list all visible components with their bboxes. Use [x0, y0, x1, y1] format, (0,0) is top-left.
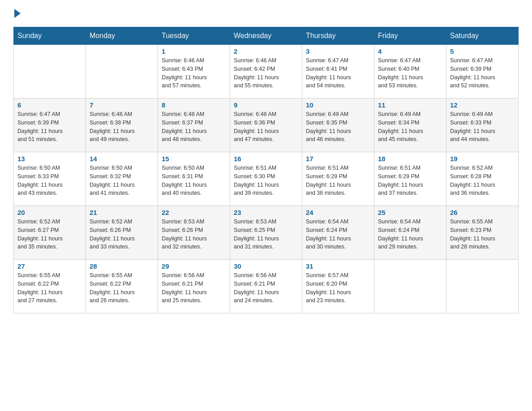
calendar-cell: 19Sunrise: 6:52 AMSunset: 6:28 PMDayligh…: [446, 152, 519, 206]
weekday-header-wednesday: Wednesday: [230, 27, 302, 45]
day-info: Sunrise: 6:55 AMSunset: 6:22 PMDaylight:…: [90, 271, 154, 305]
day-number: 20: [17, 209, 82, 216]
calendar-cell: [446, 260, 519, 313]
day-info: Sunrise: 6:46 AMSunset: 6:42 PMDaylight:…: [234, 56, 298, 90]
day-info: Sunrise: 6:48 AMSunset: 6:36 PMDaylight:…: [234, 110, 298, 144]
calendar-cell: 24Sunrise: 6:54 AMSunset: 6:24 PMDayligh…: [302, 206, 374, 260]
calendar-cell: 27Sunrise: 6:55 AMSunset: 6:22 PMDayligh…: [14, 260, 86, 313]
day-info: Sunrise: 6:48 AMSunset: 6:37 PMDaylight:…: [162, 110, 226, 144]
day-number: 25: [378, 209, 442, 216]
week-row-4: 20Sunrise: 6:52 AMSunset: 6:27 PMDayligh…: [14, 206, 519, 260]
calendar-cell: [14, 45, 86, 98]
day-info: Sunrise: 6:47 AMSunset: 6:41 PMDaylight:…: [306, 56, 370, 90]
day-info: Sunrise: 6:49 AMSunset: 6:35 PMDaylight:…: [306, 110, 370, 144]
calendar-cell: 25Sunrise: 6:54 AMSunset: 6:24 PMDayligh…: [374, 206, 446, 260]
day-info: Sunrise: 6:51 AMSunset: 6:29 PMDaylight:…: [378, 164, 442, 197]
day-number: 16: [234, 155, 298, 163]
logo: [13, 9, 21, 18]
week-row-3: 13Sunrise: 6:50 AMSunset: 6:33 PMDayligh…: [14, 152, 519, 206]
calendar-cell: 29Sunrise: 6:56 AMSunset: 6:21 PMDayligh…: [158, 260, 230, 313]
calendar-cell: 30Sunrise: 6:56 AMSunset: 6:21 PMDayligh…: [230, 260, 302, 313]
day-number: 10: [306, 101, 370, 109]
day-number: 8: [162, 101, 226, 109]
day-info: Sunrise: 6:57 AMSunset: 6:20 PMDaylight:…: [306, 271, 370, 305]
day-info: Sunrise: 6:51 AMSunset: 6:30 PMDaylight:…: [234, 164, 298, 197]
day-number: 17: [306, 155, 370, 163]
day-info: Sunrise: 6:50 AMSunset: 6:31 PMDaylight:…: [162, 164, 226, 197]
day-info: Sunrise: 6:55 AMSunset: 6:23 PMDaylight:…: [450, 218, 515, 251]
calendar-cell: 2Sunrise: 6:46 AMSunset: 6:42 PMDaylight…: [230, 45, 302, 98]
calendar-cell: 17Sunrise: 6:51 AMSunset: 6:29 PMDayligh…: [302, 152, 374, 206]
calendar-cell: 26Sunrise: 6:55 AMSunset: 6:23 PMDayligh…: [446, 206, 519, 260]
calendar-cell: 20Sunrise: 6:52 AMSunset: 6:27 PMDayligh…: [14, 206, 86, 260]
day-number: 28: [90, 262, 154, 270]
header: [13, 9, 519, 18]
week-row-1: 1Sunrise: 6:46 AMSunset: 6:43 PMDaylight…: [14, 45, 519, 98]
day-number: 14: [90, 155, 154, 163]
day-number: 6: [17, 101, 82, 109]
calendar-cell: 22Sunrise: 6:53 AMSunset: 6:26 PMDayligh…: [158, 206, 230, 260]
day-info: Sunrise: 6:55 AMSunset: 6:22 PMDaylight:…: [17, 271, 82, 305]
day-number: 26: [450, 209, 515, 216]
day-info: Sunrise: 6:51 AMSunset: 6:29 PMDaylight:…: [306, 164, 370, 197]
calendar-cell: 4Sunrise: 6:47 AMSunset: 6:40 PMDaylight…: [374, 45, 446, 98]
calendar-cell: 1Sunrise: 6:46 AMSunset: 6:43 PMDaylight…: [158, 45, 230, 98]
calendar-cell: 21Sunrise: 6:52 AMSunset: 6:26 PMDayligh…: [86, 206, 158, 260]
day-number: 13: [17, 155, 82, 163]
day-info: Sunrise: 6:49 AMSunset: 6:33 PMDaylight:…: [450, 110, 515, 144]
day-number: 4: [378, 47, 442, 55]
day-info: Sunrise: 6:52 AMSunset: 6:28 PMDaylight:…: [450, 164, 515, 197]
day-info: Sunrise: 6:53 AMSunset: 6:26 PMDaylight:…: [162, 218, 226, 251]
day-info: Sunrise: 6:47 AMSunset: 6:40 PMDaylight:…: [378, 56, 442, 90]
calendar-cell: 23Sunrise: 6:53 AMSunset: 6:25 PMDayligh…: [230, 206, 302, 260]
calendar-cell: 10Sunrise: 6:49 AMSunset: 6:35 PMDayligh…: [302, 98, 374, 152]
calendar-cell: 6Sunrise: 6:47 AMSunset: 6:39 PMDaylight…: [14, 98, 86, 152]
day-number: 1: [162, 47, 226, 55]
day-number: 15: [162, 155, 226, 163]
calendar-cell: 31Sunrise: 6:57 AMSunset: 6:20 PMDayligh…: [302, 260, 374, 313]
day-number: 31: [306, 262, 370, 270]
day-info: Sunrise: 6:52 AMSunset: 6:26 PMDaylight:…: [90, 218, 154, 251]
calendar-cell: 13Sunrise: 6:50 AMSunset: 6:33 PMDayligh…: [14, 152, 86, 206]
day-number: 29: [162, 262, 226, 270]
day-info: Sunrise: 6:54 AMSunset: 6:24 PMDaylight:…: [306, 218, 370, 251]
calendar-cell: 7Sunrise: 6:48 AMSunset: 6:38 PMDaylight…: [86, 98, 158, 152]
day-info: Sunrise: 6:49 AMSunset: 6:34 PMDaylight:…: [378, 110, 442, 144]
day-info: Sunrise: 6:46 AMSunset: 6:43 PMDaylight:…: [162, 56, 226, 90]
day-info: Sunrise: 6:50 AMSunset: 6:32 PMDaylight:…: [90, 164, 154, 197]
calendar-cell: 11Sunrise: 6:49 AMSunset: 6:34 PMDayligh…: [374, 98, 446, 152]
calendar-cell: 9Sunrise: 6:48 AMSunset: 6:36 PMDaylight…: [230, 98, 302, 152]
day-number: 18: [378, 155, 442, 163]
day-number: 11: [378, 101, 442, 109]
calendar-cell: [86, 45, 158, 98]
day-info: Sunrise: 6:50 AMSunset: 6:33 PMDaylight:…: [17, 164, 82, 197]
calendar-cell: 15Sunrise: 6:50 AMSunset: 6:31 PMDayligh…: [158, 152, 230, 206]
day-number: 27: [17, 262, 82, 270]
day-info: Sunrise: 6:48 AMSunset: 6:38 PMDaylight:…: [90, 110, 154, 144]
weekday-header-sunday: Sunday: [14, 27, 86, 45]
weekday-header-friday: Friday: [374, 27, 446, 45]
calendar-cell: 16Sunrise: 6:51 AMSunset: 6:30 PMDayligh…: [230, 152, 302, 206]
day-info: Sunrise: 6:52 AMSunset: 6:27 PMDaylight:…: [17, 218, 82, 251]
logo-arrow-icon: [14, 9, 21, 18]
calendar-cell: 18Sunrise: 6:51 AMSunset: 6:29 PMDayligh…: [374, 152, 446, 206]
week-row-5: 27Sunrise: 6:55 AMSunset: 6:22 PMDayligh…: [14, 260, 519, 313]
calendar-table: SundayMondayTuesdayWednesdayThursdayFrid…: [13, 27, 519, 313]
day-info: Sunrise: 6:47 AMSunset: 6:39 PMDaylight:…: [17, 110, 82, 144]
calendar-cell: 28Sunrise: 6:55 AMSunset: 6:22 PMDayligh…: [86, 260, 158, 313]
day-number: 5: [450, 47, 515, 55]
day-number: 2: [234, 47, 298, 55]
day-number: 19: [450, 155, 515, 163]
day-number: 21: [90, 209, 154, 216]
day-info: Sunrise: 6:56 AMSunset: 6:21 PMDaylight:…: [234, 271, 298, 305]
day-number: 30: [234, 262, 298, 270]
calendar-cell: 14Sunrise: 6:50 AMSunset: 6:32 PMDayligh…: [86, 152, 158, 206]
day-info: Sunrise: 6:53 AMSunset: 6:25 PMDaylight:…: [234, 218, 298, 251]
day-number: 22: [162, 209, 226, 216]
day-number: 23: [234, 209, 298, 216]
calendar-cell: 3Sunrise: 6:47 AMSunset: 6:41 PMDaylight…: [302, 45, 374, 98]
day-number: 12: [450, 101, 515, 109]
day-info: Sunrise: 6:47 AMSunset: 6:39 PMDaylight:…: [450, 56, 515, 90]
weekday-header-saturday: Saturday: [446, 27, 519, 45]
day-number: 9: [234, 101, 298, 109]
